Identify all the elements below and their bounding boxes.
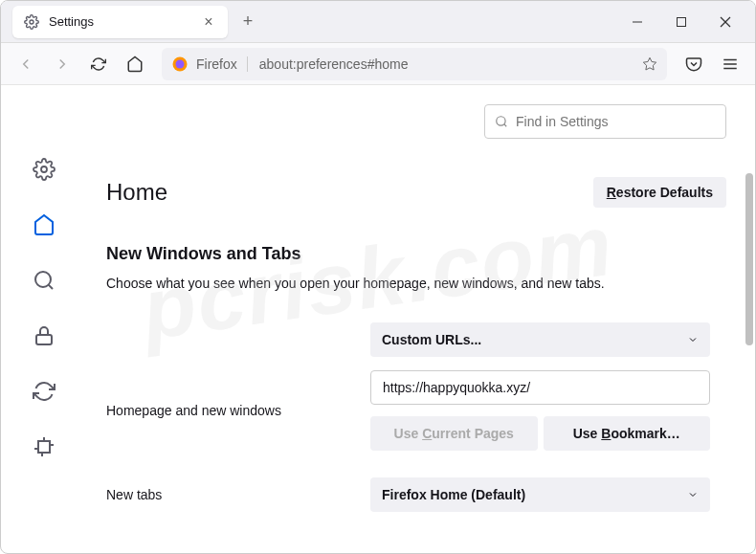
maximize-button[interactable] xyxy=(659,3,703,41)
sidebar-search-icon[interactable] xyxy=(32,268,56,293)
chevron-down-icon xyxy=(687,489,699,500)
scrollbar-thumb[interactable] xyxy=(745,173,753,345)
forward-button[interactable] xyxy=(47,49,78,79)
homepage-url-input[interactable] xyxy=(370,370,710,405)
svg-marker-7 xyxy=(643,57,656,70)
newtabs-dropdown[interactable]: Firefox Home (Default) xyxy=(370,477,710,512)
svg-point-11 xyxy=(41,166,47,172)
url-label: Firefox xyxy=(196,56,248,72)
svg-point-0 xyxy=(30,20,33,24)
settings-search-box[interactable] xyxy=(484,104,726,139)
homepage-label: Homepage and new windows xyxy=(106,403,355,418)
sidebar-privacy-icon[interactable] xyxy=(32,323,56,348)
dropdown-value: Custom URLs... xyxy=(382,332,481,347)
homepage-dropdown[interactable]: Custom URLs... xyxy=(370,322,710,357)
sidebar-general-icon[interactable] xyxy=(32,157,56,182)
settings-search-input[interactable] xyxy=(516,114,716,129)
use-bookmark-button[interactable]: Use Bookmark… xyxy=(544,416,711,451)
minimize-button[interactable] xyxy=(615,3,659,41)
main-panel: Home Restore Defaults New Windows and Ta… xyxy=(87,85,755,553)
svg-rect-2 xyxy=(678,17,686,26)
sidebar-extensions-icon[interactable] xyxy=(32,434,56,459)
svg-point-6 xyxy=(176,59,185,68)
new-tab-button[interactable]: + xyxy=(233,8,262,36)
toolbar: Firefox about:preferences#home xyxy=(1,43,755,85)
settings-sidebar xyxy=(1,85,87,553)
close-tab-icon[interactable]: × xyxy=(201,14,216,30)
page-title: Home xyxy=(106,179,167,206)
chevron-down-icon xyxy=(687,334,699,345)
svg-point-12 xyxy=(35,272,51,287)
url-bar[interactable]: Firefox about:preferences#home xyxy=(162,48,667,80)
svg-line-16 xyxy=(504,124,507,127)
title-bar: Settings × + xyxy=(1,1,755,43)
newtabs-label: New tabs xyxy=(106,487,355,502)
reload-button[interactable] xyxy=(83,49,114,79)
svg-rect-14 xyxy=(36,335,52,344)
sidebar-sync-icon[interactable] xyxy=(32,379,56,404)
section-title: New Windows and Tabs xyxy=(106,244,726,264)
svg-line-13 xyxy=(49,285,53,289)
section-description: Choose what you see when you open your h… xyxy=(106,274,726,294)
bookmark-star-icon[interactable] xyxy=(642,56,657,72)
tab-title: Settings xyxy=(49,14,191,29)
restore-defaults-button[interactable]: Restore Defaults xyxy=(593,177,726,208)
hamburger-menu-button[interactable] xyxy=(715,49,745,79)
gear-icon xyxy=(24,14,39,30)
home-button[interactable] xyxy=(120,49,150,79)
use-current-pages-button[interactable]: Use Current Pages xyxy=(370,416,538,451)
svg-point-15 xyxy=(497,117,505,125)
sidebar-home-icon[interactable] xyxy=(32,212,56,237)
pocket-button[interactable] xyxy=(678,49,709,79)
browser-tab[interactable]: Settings × xyxy=(12,6,228,38)
firefox-logo-icon xyxy=(171,55,189,73)
back-button[interactable] xyxy=(11,49,41,79)
url-path: about:preferences#home xyxy=(256,56,634,72)
close-window-button[interactable] xyxy=(703,3,747,41)
dropdown-value: Firefox Home (Default) xyxy=(382,487,525,502)
search-icon xyxy=(495,115,508,128)
